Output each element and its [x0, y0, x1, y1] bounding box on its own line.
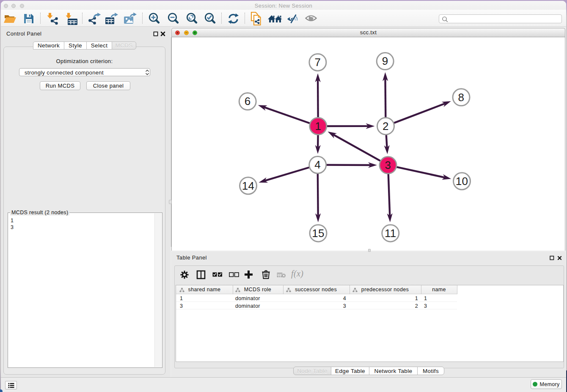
svg-text:1: 1 [315, 120, 321, 133]
svg-text:2: 2 [383, 120, 389, 133]
svg-text:11: 11 [385, 227, 396, 240]
svg-text:15: 15 [312, 227, 325, 240]
svg-text:10: 10 [456, 175, 468, 188]
svg-text:7: 7 [314, 56, 321, 69]
svg-text:8: 8 [458, 91, 465, 104]
svg-text:3: 3 [385, 159, 391, 171]
svg-text:6: 6 [245, 95, 251, 108]
svg-text:4: 4 [314, 158, 321, 171]
svg-text:9: 9 [382, 55, 388, 67]
svg-text:14: 14 [242, 179, 255, 192]
